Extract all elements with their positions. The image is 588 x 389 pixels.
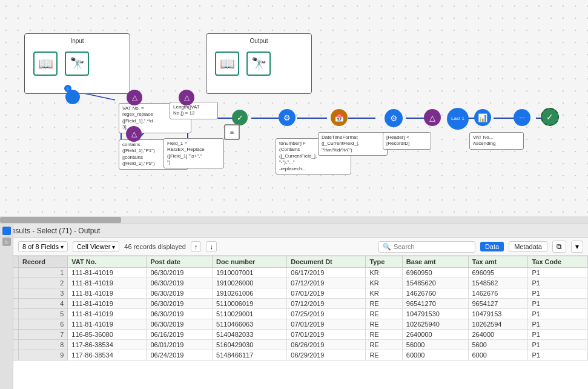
- canvas-scrollbar[interactable]: [0, 216, 588, 224]
- formula-field1-node[interactable]: Field_1 = REGEX_Replace ([Field_1],"\s+"…: [164, 138, 224, 168]
- row-cell: 06/30/2019: [147, 299, 213, 309]
- scroll-down-button[interactable]: ↓: [206, 241, 217, 252]
- row-cell: 264000: [468, 330, 528, 340]
- formula-datetime-node[interactable]: DateTimeFormat ([_CurrentField_], "%m/%d…: [318, 132, 388, 156]
- output-browse-icon: 🔭: [246, 52, 271, 76]
- row-cell: RE: [366, 340, 402, 350]
- sidebar-dot-1[interactable]: [2, 227, 11, 235]
- row-cell: P1: [528, 288, 588, 299]
- formula-header-node[interactable]: [Header] < [RecordID]: [383, 132, 431, 150]
- row-cell: 2640000: [402, 330, 468, 340]
- row-cell: 60000: [402, 350, 468, 361]
- row-cell: 06/30/2019: [147, 319, 213, 330]
- check-node-1[interactable]: ✓: [232, 110, 248, 125]
- formula-datetime-text: DateTimeFormat ([_CurrentField_], "%m/%d…: [322, 135, 384, 153]
- row-cell: 116-85-36080: [68, 330, 147, 340]
- more-options-button[interactable]: ▾: [571, 241, 583, 253]
- row-record-num: 6: [19, 319, 68, 330]
- results-label: Results - Select (71) - Output: [6, 227, 100, 235]
- row-cell: 06/26/2019: [287, 340, 366, 350]
- up-arrow-icon: ↑: [194, 243, 198, 250]
- table-row: 9117-86-3853406/24/2019514846611706/29/2…: [1, 350, 588, 361]
- row-record-num: 2: [19, 278, 68, 288]
- cylinder-node[interactable]: ⚙: [279, 109, 296, 126]
- row-cell: 111-81-41019: [68, 299, 147, 309]
- row-cell: 1910007001: [213, 268, 287, 278]
- scroll-up-button[interactable]: ↑: [191, 241, 202, 252]
- col-record: Record: [19, 256, 68, 268]
- table-header: Σ Record VAT No. Post date Doc number Do…: [1, 256, 588, 268]
- row-cell: KR: [366, 268, 402, 278]
- row-cell: P1: [528, 350, 588, 361]
- row-cell: P1: [528, 330, 588, 340]
- row-cell: 5110006019: [213, 299, 287, 309]
- row-record-num: 8: [19, 340, 68, 350]
- gear-node[interactable]: ⚙: [385, 109, 403, 127]
- formula-vat-sort-node[interactable]: VAT No... Ascending: [469, 132, 524, 150]
- row-cell: 5110029001: [213, 309, 287, 319]
- data-button[interactable]: Data: [480, 242, 504, 251]
- formula-icon-length[interactable]: △: [179, 90, 194, 105]
- formula-icon-contains[interactable]: △: [126, 126, 142, 142]
- row-cell: 07/12/2019: [287, 299, 366, 309]
- row-cell: P1: [528, 309, 588, 319]
- copy-button[interactable]: ⧉: [552, 241, 566, 253]
- cell-viewer-label: Cell Viewer: [77, 243, 110, 250]
- multirow-node[interactable]: ≡: [224, 124, 240, 140]
- row-cell: 111-81-41019: [68, 268, 147, 278]
- triangle-node[interactable]: △: [424, 109, 441, 126]
- search-input[interactable]: [394, 243, 466, 250]
- sort-node[interactable]: 📊: [474, 109, 491, 126]
- row-cell: 07/01/2019: [287, 319, 366, 330]
- row-cell: 07/01/2019: [287, 288, 366, 299]
- sidebar-dot-2[interactable]: ▷: [2, 238, 11, 246]
- cell-viewer-dropdown-arrow: ▾: [112, 244, 115, 250]
- row-cell: 06/29/2019: [287, 350, 366, 361]
- table-body: 1111-81-4101906/30/2019191000700106/17/2…: [1, 268, 588, 361]
- col-tax-amt: Tax amt: [468, 256, 528, 268]
- row-record-num: 7: [19, 330, 68, 340]
- datetime-node[interactable]: 📅: [331, 109, 348, 126]
- row-cell: RE: [366, 350, 402, 361]
- row-cell: 6000: [468, 350, 528, 361]
- results-table: Σ Record VAT No. Post date Doc number Do…: [0, 256, 588, 361]
- row-cell: P1: [528, 268, 588, 278]
- table-row: 3111-81-4101906/30/2019191026100607/01/2…: [1, 288, 588, 299]
- col-post-date: Post date: [147, 256, 213, 268]
- output-read-icon: 📖: [215, 52, 239, 76]
- col-doc-number: Doc number: [213, 256, 287, 268]
- workflow-canvas[interactable]: Input 📖 🔭 Output 📖 🔭 👤 i VAT No. = regex…: [0, 0, 588, 224]
- table-row: 8117-86-3853406/01/2019516042903006/26/2…: [1, 340, 588, 350]
- row-cell: P1: [528, 319, 588, 330]
- table-row: 5111-81-4101906/30/2019511002900107/25/2…: [1, 309, 588, 319]
- row-record-num: 4: [19, 299, 68, 309]
- row-cell: 06/16/2019: [147, 330, 213, 340]
- more-node[interactable]: ···: [514, 109, 530, 126]
- row-cell: 1548562: [468, 278, 528, 288]
- col-tax-code: Tax Code: [528, 256, 588, 268]
- row-cell: 06/24/2019: [147, 350, 213, 361]
- table-row: 1111-81-4101906/30/2019191000700106/17/2…: [1, 268, 588, 278]
- cell-viewer-button[interactable]: Cell Viewer ▾: [73, 241, 119, 252]
- row-cell: 06/01/2019: [147, 340, 213, 350]
- row-cell: 111-81-41019: [68, 278, 147, 288]
- done-node[interactable]: ✓: [541, 108, 559, 126]
- last1-node[interactable]: Last 1: [447, 108, 469, 130]
- row-cell: RE: [366, 319, 402, 330]
- search-box[interactable]: 🔍: [378, 241, 475, 253]
- fields-selector-button[interactable]: 8 of 8 Fields ▾: [18, 241, 68, 252]
- row-cell: 14626760: [402, 288, 468, 299]
- results-panel: Results - Select (71) - Output 8 of 8 Fi…: [0, 224, 588, 389]
- output-container-title: Output: [210, 38, 308, 44]
- row-cell: RE: [366, 309, 402, 319]
- metadata-button[interactable]: Metadata: [509, 241, 547, 252]
- fields-dropdown-arrow: ▾: [61, 244, 64, 250]
- row-cell: 5148466117: [213, 350, 287, 361]
- table-row: 7116-85-3608006/16/2019514048203307/01/2…: [1, 330, 588, 340]
- formula-vat-sort-text: VAT No... Ascending: [473, 135, 520, 147]
- formula-icon-vat[interactable]: △: [127, 90, 142, 105]
- table-row: 4111-81-4101906/30/2019511000601907/12/2…: [1, 299, 588, 309]
- down-arrow-icon: ↓: [210, 243, 213, 250]
- row-cell: 1910026000: [213, 278, 287, 288]
- input-container: Input 📖 🔭: [24, 33, 130, 94]
